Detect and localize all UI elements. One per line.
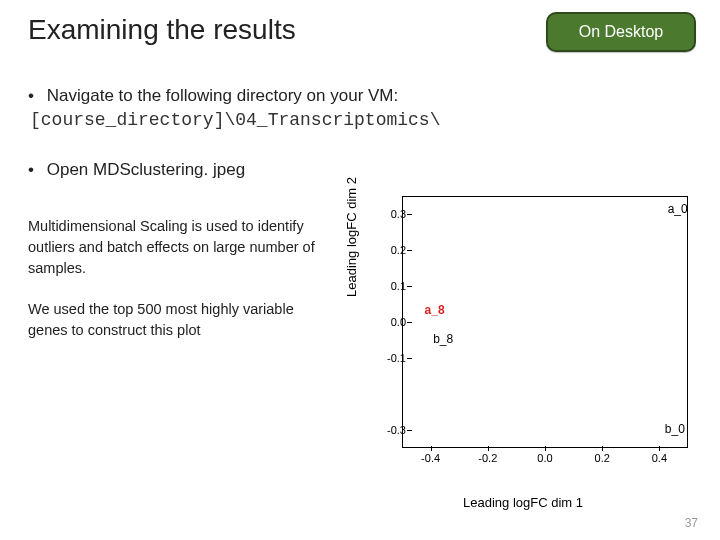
chart-y-tick: -0.1 bbox=[366, 352, 406, 364]
bullet-open-text: Open MDSclustering. jpeg bbox=[47, 160, 245, 179]
chart-point-label: b_0 bbox=[665, 422, 685, 436]
desktop-badge: On Desktop bbox=[546, 12, 696, 52]
mds-description-block: Multidimensional Scaling is used to iden… bbox=[28, 216, 318, 341]
chart-point-label: a_8 bbox=[425, 303, 445, 317]
bullet-dot-icon: • bbox=[28, 160, 42, 180]
chart-point-label: b_8 bbox=[433, 332, 453, 346]
chart-plot-area bbox=[402, 196, 688, 448]
directory-path: [course_directory]\04_Transcriptomics\ bbox=[30, 110, 692, 130]
chart-y-tick: 0.3 bbox=[366, 208, 406, 220]
bullet-dot-icon: • bbox=[28, 86, 42, 106]
chart-y-axis-label: Leading logFC dim 2 bbox=[344, 177, 359, 297]
bullet-navigate: • Navigate to the following directory on… bbox=[28, 86, 692, 106]
page-number: 37 bbox=[685, 516, 698, 530]
chart-x-axis-label: Leading logFC dim 1 bbox=[348, 495, 698, 510]
chart-x-tick: 0.2 bbox=[582, 452, 622, 464]
bullet-navigate-text: Navigate to the following directory on y… bbox=[47, 86, 399, 105]
chart-y-tick: 0.1 bbox=[366, 280, 406, 292]
chart-x-tick: 0.0 bbox=[525, 452, 565, 464]
chart-point-label: a_0 bbox=[668, 202, 688, 216]
chart-y-tick: 0.2 bbox=[366, 244, 406, 256]
chart-y-tick: -0.3 bbox=[366, 424, 406, 436]
chart-x-tick: 0.4 bbox=[639, 452, 679, 464]
bullet-open: • Open MDSclustering. jpeg bbox=[28, 160, 692, 180]
desktop-badge-label: On Desktop bbox=[579, 23, 663, 41]
chart-x-tick: -0.2 bbox=[468, 452, 508, 464]
mds-scatter-chart: Leading logFC dim 2 -0.3-0.10.00.10.20.3… bbox=[348, 192, 698, 492]
mds-note: We used the top 500 most highly variable… bbox=[28, 299, 318, 341]
chart-y-tick: 0.0 bbox=[366, 316, 406, 328]
chart-x-tick: -0.4 bbox=[411, 452, 451, 464]
mds-description: Multidimensional Scaling is used to iden… bbox=[28, 216, 318, 279]
